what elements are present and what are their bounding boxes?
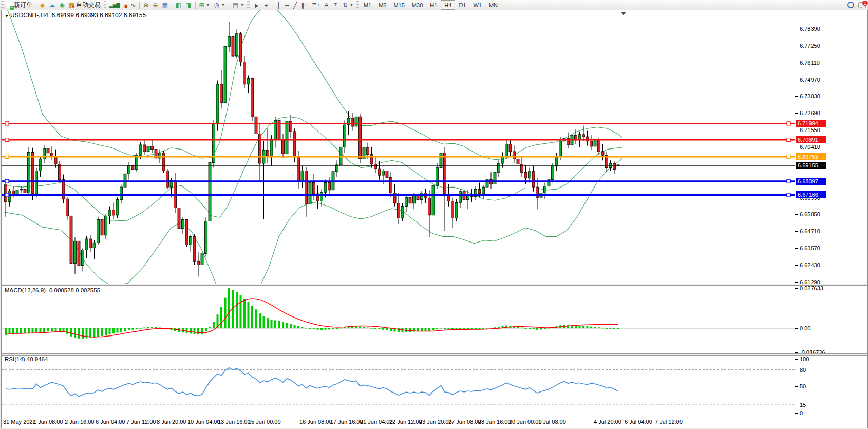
line-handle[interactable] xyxy=(5,179,9,183)
candle-body xyxy=(12,191,15,194)
bar-chart-button[interactable]: ▂▅▇ xyxy=(107,1,122,9)
candle-body xyxy=(405,197,408,206)
dropdown-caret-icon[interactable]: ▼ xyxy=(221,3,225,7)
cursor-icon: ▲ xyxy=(252,1,260,9)
candle-body xyxy=(182,220,184,229)
fibonacci-button[interactable]: ≣F xyxy=(310,1,322,9)
candle-body xyxy=(529,172,531,178)
macd-histogram-bar xyxy=(120,328,122,332)
toolbar-grip xyxy=(356,1,359,9)
panel-separator[interactable] xyxy=(2,284,867,286)
macd-histogram-bar xyxy=(5,328,7,335)
new-order-button[interactable]: 新订单 xyxy=(5,1,34,9)
text-button[interactable]: A xyxy=(322,1,330,9)
profiles-button[interactable]: ▤▼ xyxy=(231,1,246,9)
dropdown-caret-icon[interactable]: ▼ xyxy=(206,3,210,7)
zoom-in-icon: ⊕ xyxy=(143,2,148,8)
indicator-window-2-button[interactable]: ◨ xyxy=(183,1,193,9)
candle-body xyxy=(236,34,238,56)
vertical-line-button[interactable]: │ xyxy=(275,1,283,9)
period-clock-button[interactable]: ◷▼ xyxy=(212,1,227,9)
styler-button[interactable]: ◆ xyxy=(38,1,47,9)
macd-panel[interactable] xyxy=(2,286,795,353)
new-chart-button[interactable]: ⊞▼ xyxy=(197,1,212,9)
axis-tick-label: 6.72690 xyxy=(800,110,820,117)
candle-body xyxy=(243,62,246,84)
candle-body xyxy=(494,172,496,184)
candle-body xyxy=(390,177,392,193)
collapse-arrow-icon[interactable]: ▼ xyxy=(5,14,9,18)
line-handle[interactable] xyxy=(5,155,9,158)
price-chart-panel[interactable] xyxy=(2,10,795,284)
line-handle[interactable] xyxy=(787,193,790,197)
macd-histogram-bar xyxy=(317,328,319,330)
crosshair-button[interactable]: ＋ xyxy=(261,1,271,9)
candle-body xyxy=(498,163,500,172)
label-button[interactable]: T xyxy=(330,1,341,9)
timeframe-button-m5[interactable]: M5 xyxy=(375,0,390,10)
line-handle[interactable] xyxy=(5,122,9,125)
macd-histogram-bar xyxy=(374,328,376,329)
chart-window[interactable]: ▼USDCNH-,H4 6.69199 6.69393 6.69102 6.69… xyxy=(1,10,868,428)
line-handle[interactable] xyxy=(787,138,790,142)
rsi-label: RSI(14) 40.9464 xyxy=(5,356,48,362)
macd-histogram-bar xyxy=(143,328,145,328)
indicator-window-button[interactable]: ◧ xyxy=(174,1,183,9)
axis-tick-label: 6.73830 xyxy=(800,93,820,100)
line-handle[interactable] xyxy=(787,179,790,183)
panel-separator[interactable] xyxy=(2,353,867,356)
time-axis-label: 7 Jul 12:00 xyxy=(655,419,683,425)
dropdown-caret-icon[interactable]: ▼ xyxy=(350,3,353,7)
candle-body xyxy=(336,165,338,172)
candle-body xyxy=(97,220,100,243)
horizontal-line-button[interactable]: ─ xyxy=(283,1,292,9)
macd-histogram-bar xyxy=(463,328,465,329)
trendline-button[interactable]: ╱ xyxy=(291,1,299,9)
macd-histogram-bar xyxy=(386,328,388,330)
macd-histogram-bar xyxy=(536,328,538,330)
dropdown-caret-icon[interactable]: ▼ xyxy=(240,3,244,7)
price-level-badge: 6.69753 xyxy=(796,153,826,160)
candle-body xyxy=(378,169,381,175)
timeframe-button-m1[interactable]: M1 xyxy=(360,0,375,10)
axis-tick xyxy=(795,328,798,329)
axis-tick xyxy=(795,80,798,80)
timeframe-button-mn[interactable]: MN xyxy=(485,0,501,10)
chart-symbol: USDCNH-,H4 xyxy=(10,12,48,19)
chart-shift-marker[interactable] xyxy=(621,12,626,15)
timeframe-button-h4[interactable]: H4 xyxy=(441,0,455,10)
signals-button[interactable]: ◉ xyxy=(57,1,66,9)
candle-body xyxy=(66,199,69,216)
candle-body xyxy=(513,152,516,159)
line-chart-button[interactable]: ∿ xyxy=(128,1,138,9)
macd-histogram-bar xyxy=(124,328,126,331)
candle-body xyxy=(62,180,65,199)
community-button[interactable]: ☁ xyxy=(47,1,57,9)
zoom-out-button[interactable]: ⊖ xyxy=(150,1,160,9)
macd-histogram-bar xyxy=(521,328,523,328)
timeframe-button-m15[interactable]: M15 xyxy=(390,0,408,10)
time-axis[interactable]: 31 May 20221 Jun 08:002 Jun 16:006 Jun 0… xyxy=(2,416,867,428)
channel-button[interactable]: ∥E xyxy=(299,1,310,9)
auto-trading-button[interactable]: 自动交易 xyxy=(67,1,103,9)
timeframe-button-m30[interactable]: M30 xyxy=(408,0,426,10)
rsi-panel[interactable] xyxy=(2,356,795,416)
timeframe-button-w1[interactable]: W1 xyxy=(469,0,485,10)
arrows-button[interactable]: ⇅▼ xyxy=(341,1,355,9)
zoom-in-button[interactable]: ⊕ xyxy=(141,1,150,9)
axis-tick xyxy=(795,386,798,387)
macd-histogram-bar xyxy=(390,328,392,331)
axis-tick xyxy=(795,147,798,147)
timeframe-button-d1[interactable]: D1 xyxy=(455,0,469,10)
notifications-button[interactable]: 1 xyxy=(856,1,868,9)
macd-histogram-bar xyxy=(320,328,323,330)
cursor-button[interactable]: ▲ xyxy=(251,1,261,9)
tile-windows-button[interactable]: ▦ xyxy=(160,1,169,9)
candle-chart-button[interactable]: ▮▮ xyxy=(122,1,128,9)
search-button[interactable] xyxy=(845,1,856,9)
line-handle[interactable] xyxy=(787,122,790,125)
timeframe-button-h1[interactable]: H1 xyxy=(426,0,441,10)
line-handle[interactable] xyxy=(787,155,790,158)
line-handle[interactable] xyxy=(5,138,9,142)
line-handle[interactable] xyxy=(5,193,9,197)
